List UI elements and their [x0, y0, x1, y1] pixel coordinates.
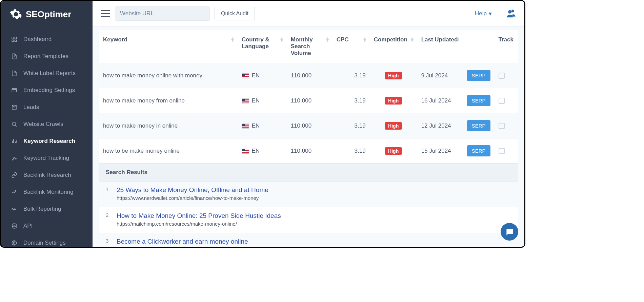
cell-cpc: 3.19 — [333, 113, 370, 138]
quick-audit-button[interactable]: Quick Audit — [215, 7, 255, 20]
sidebar-item-label: Leads — [23, 104, 39, 111]
menu-toggle-icon[interactable] — [101, 10, 110, 17]
sort-icon: ▲▼ — [456, 37, 460, 42]
col-cpc[interactable]: CPC▲▼ — [333, 30, 370, 63]
svg-point-18 — [508, 10, 511, 14]
cell-competition: High — [370, 113, 417, 138]
result-title-link[interactable]: Become a Clickworker and earn money onli… — [117, 238, 511, 245]
sort-icon: ▲▼ — [363, 37, 367, 42]
track-checkbox[interactable] — [499, 148, 505, 154]
topbar: Quick Audit Help ▾ — [93, 1, 524, 26]
cell-cpc: 3.19 — [333, 138, 370, 164]
search-results-header: Search Results — [99, 164, 518, 181]
search-results-panel: Search Results 1 25 Ways to Make Money O… — [99, 164, 518, 247]
sidebar-item-dashboard[interactable]: Dashboard — [1, 31, 93, 48]
competition-badge: High — [385, 147, 402, 155]
cell-serp: SERP — [463, 138, 495, 164]
cell-updated: 16 Jul 2024 — [417, 88, 463, 113]
cell-track — [495, 63, 518, 88]
sidebar-item-api[interactable]: API — [1, 218, 93, 234]
bulk-icon — [11, 206, 17, 212]
cell-cpc: 3.19 — [333, 63, 370, 88]
keywords-table: Keyword▲▼ Country & Language▲▼ Monthly S… — [99, 30, 518, 164]
col-track: Track — [495, 30, 518, 63]
sidebar-item-domain[interactable]: Domain Settings — [1, 234, 93, 247]
brand-name: SEOptimer — [26, 9, 71, 20]
track-checkbox[interactable] — [499, 123, 505, 129]
svg-line-7 — [15, 125, 17, 127]
serp-button[interactable]: SERP — [467, 95, 490, 106]
cell-country: EN — [238, 88, 287, 113]
sidebar-item-label: Website Crawls — [23, 121, 63, 128]
sidebar-item-bulk[interactable]: Bulk Reporting — [1, 201, 93, 218]
serp-button[interactable]: SERP — [467, 120, 490, 131]
website-url-input[interactable] — [115, 6, 210, 21]
track-checkbox[interactable] — [499, 98, 505, 104]
cell-track — [495, 88, 518, 113]
competition-badge: High — [385, 122, 402, 130]
sidebar-item-label: Keyword Research — [23, 138, 75, 145]
cell-keyword: how to be make money online — [99, 138, 238, 164]
result-title-link[interactable]: 25 Ways to Make Money Online, Offline an… — [117, 186, 511, 194]
flag-us-icon — [242, 73, 249, 78]
serp-button[interactable]: SERP — [467, 145, 490, 156]
sidebar-item-whitelabel[interactable]: White Label Reports — [1, 65, 93, 82]
brand-logo[interactable]: SEOptimer — [1, 1, 93, 31]
serp-button[interactable]: SERP — [467, 70, 490, 81]
result-url: https://www.nerdwallet.com/article/finan… — [117, 195, 511, 201]
svg-rect-2 — [12, 40, 14, 42]
table-row: how to make money online with money EN 1… — [99, 63, 518, 88]
sidebar-item-embed[interactable]: Embedding Settings — [1, 82, 93, 99]
backlink-monitoring-icon — [11, 189, 17, 195]
domain-icon — [11, 240, 17, 246]
cell-competition: High — [370, 138, 417, 164]
cell-serp: SERP — [463, 113, 495, 138]
help-dropdown[interactable]: Help ▾ — [475, 10, 492, 17]
users-icon[interactable] — [506, 8, 516, 19]
cell-competition: High — [370, 63, 417, 88]
col-serp — [463, 30, 495, 63]
search-result-item: 3 Become a Clickworker and earn money on… — [99, 233, 518, 247]
col-country[interactable]: Country & Language▲▼ — [238, 30, 287, 63]
result-title-link[interactable]: How to Make Money Online: 25 Proven Side… — [117, 212, 511, 220]
svg-point-15 — [14, 210, 14, 210]
svg-point-19 — [511, 10, 514, 13]
col-updated[interactable]: Last Updated▲▼ — [417, 30, 463, 63]
chevron-down-icon: ▾ — [489, 10, 492, 17]
sidebar-item-backlink-research[interactable]: Backlink Research — [1, 167, 93, 184]
keyword-research-icon — [11, 138, 17, 144]
cell-updated: 15 Jul 2024 — [417, 138, 463, 164]
cell-competition: High — [370, 88, 417, 113]
sort-icon: ▲▼ — [280, 37, 284, 42]
result-number: 1 — [106, 186, 110, 201]
gear-icon — [9, 8, 22, 21]
sidebar-item-backlink-monitoring[interactable]: Backlink Monitoring — [1, 184, 93, 201]
cell-volume: 110,000 — [287, 113, 333, 138]
sidebar-item-keyword-research[interactable]: Keyword Research — [1, 133, 93, 150]
sidebar-item-report[interactable]: Report Templates — [1, 48, 93, 65]
embed-icon — [11, 87, 17, 93]
backlink-research-icon — [11, 172, 17, 178]
sidebar-item-label: Backlink Monitoring — [23, 189, 73, 195]
track-checkbox[interactable] — [499, 73, 505, 79]
col-competition[interactable]: Competition▲▼ — [370, 30, 417, 63]
table-row: how to make money in online EN 110,000 3… — [99, 113, 518, 138]
svg-rect-0 — [12, 37, 14, 39]
sidebar-item-leads[interactable]: Leads — [1, 99, 93, 116]
table-row: how to be make money online EN 110,000 3… — [99, 138, 518, 164]
col-keyword[interactable]: Keyword▲▼ — [99, 30, 238, 63]
sidebar-item-crawl[interactable]: Website Crawls — [1, 116, 93, 133]
sort-icon: ▲▼ — [230, 37, 235, 42]
sidebar-item-label: Embedding Settings — [23, 87, 75, 94]
sidebar-item-label: Report Templates — [23, 53, 68, 60]
sidebar-item-label: API — [23, 223, 33, 229]
report-icon — [11, 53, 17, 59]
cell-volume: 110,000 — [287, 63, 333, 88]
chat-widget-button[interactable] — [501, 223, 518, 241]
search-result-item: 2 How to Make Money Online: 25 Proven Si… — [99, 207, 518, 233]
result-number: 2 — [106, 212, 110, 227]
api-icon — [11, 223, 17, 229]
col-volume[interactable]: Monthly Search Volume▲▼ — [287, 30, 333, 63]
sidebar-item-keyword-tracking[interactable]: Keyword Tracking — [1, 150, 93, 167]
table-row: how to make money from online EN 110,000… — [99, 88, 518, 113]
